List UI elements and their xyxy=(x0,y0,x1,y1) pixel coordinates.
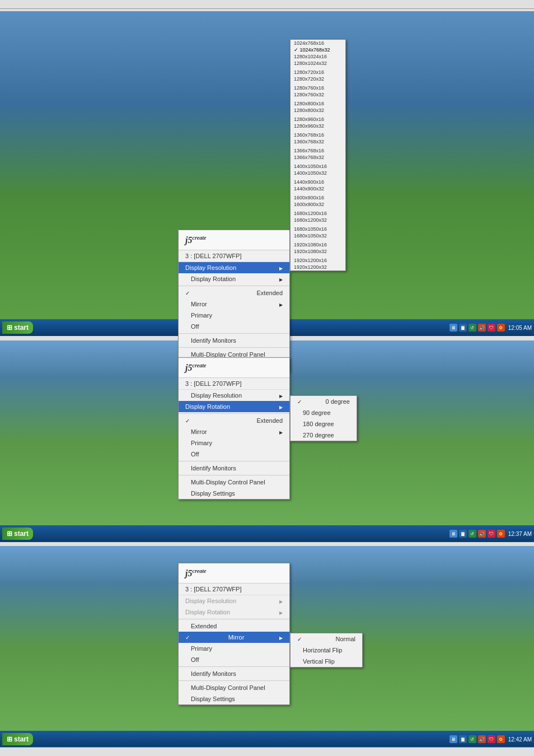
mirror-item-3[interactable]: ✓ Mirror xyxy=(179,632,289,643)
res-1680-1200-32[interactable]: 1680x1200x32 xyxy=(291,217,345,223)
monitor-label-3: 3 : [DELL 2707WFP] xyxy=(179,584,289,595)
identify-item-3[interactable]: Identify Monitors xyxy=(179,668,289,679)
res-1366-768-32[interactable]: 1366x768x32 xyxy=(291,154,345,161)
off-item-3[interactable]: Off xyxy=(179,654,289,665)
start-flag-icon-2: ⊞ xyxy=(7,530,12,538)
extended-item-3[interactable]: Extended xyxy=(179,620,289,632)
sep-1b xyxy=(179,333,289,334)
identify-item-1[interactable]: Identify Monitors xyxy=(179,335,289,346)
mirror-arrow-3 xyxy=(279,634,283,641)
rot-270-item[interactable]: 270 degree xyxy=(291,430,357,441)
monitor-label-2: 3 : [DELL 2707WFP] xyxy=(179,378,289,390)
display-rotation-item-1[interactable]: Display Rotation xyxy=(179,273,289,284)
res-1280-800-32[interactable]: 1280x800x32 xyxy=(291,107,345,114)
res-1024-16[interactable]: 1024x768x16 xyxy=(291,40,345,46)
tray-icon-1d[interactable]: 🔊 xyxy=(478,324,486,332)
tray-icon-3a[interactable]: 🖥 xyxy=(449,735,457,743)
res-1280-1024-32[interactable]: 1280x1024x32 xyxy=(291,60,345,67)
tray-icon-2e[interactable]: 🛡 xyxy=(488,530,495,538)
tray-icon-3f[interactable]: ⚙ xyxy=(497,735,505,743)
tray-icons-3: 🖥 📋 ↺ 🔊 🛡 ⚙ xyxy=(449,735,505,743)
tray-icon-1a[interactable]: 🖥 xyxy=(449,324,457,332)
tray-icon-1e[interactable]: 🛡 xyxy=(488,324,495,332)
context-menu-1: j5create 3 : [DELL 2707WFP] Display Reso… xyxy=(178,230,290,372)
start-label-1: start xyxy=(14,324,29,332)
res-1920-1200-16[interactable]: 1920x1200x16 xyxy=(291,257,345,264)
res-1680-1050-32[interactable]: 1680x1050x32 xyxy=(291,232,345,239)
primary-item-1[interactable]: Primary xyxy=(179,310,289,321)
res-1360-768-16[interactable]: 1360x768x16 xyxy=(291,132,345,138)
primary-item-2[interactable]: Primary xyxy=(179,437,289,449)
rot-0-item[interactable]: 0 degree xyxy=(291,396,357,407)
display-settings-item-2[interactable]: Display Settings xyxy=(179,488,289,499)
off-item-1[interactable]: Off xyxy=(179,321,289,332)
res-1024-32[interactable]: 1024x768x32 xyxy=(291,46,345,53)
tray-icon-2a[interactable]: 🖥 xyxy=(449,530,457,538)
resolution-submenu-1: 1024x768x16 1024x768x32 1280x1024x16 128… xyxy=(290,39,346,271)
res-1366-768-16[interactable]: 1366x768x16 xyxy=(291,147,345,154)
mirror-hflip-item[interactable]: Horizontal Flip xyxy=(291,645,362,656)
multi-display-item-2[interactable]: Multi-Display Control Panel xyxy=(179,477,289,488)
rot-180-item[interactable]: 180 degree xyxy=(291,418,357,430)
top-divider xyxy=(0,8,534,9)
res-1400-1050-32[interactable]: 1400x1050x32 xyxy=(291,170,345,176)
display-resolution-item-2[interactable]: Display Resolution xyxy=(179,390,289,401)
res-1440-900-16[interactable]: 1440x900x16 xyxy=(291,179,345,185)
mirror-item-1[interactable]: Mirror xyxy=(179,298,289,310)
res-1280-800-16[interactable]: 1280x800x16 xyxy=(291,100,345,107)
tray-icon-2b[interactable]: 📋 xyxy=(459,530,467,538)
res-1440-900-32[interactable]: 1440x900x32 xyxy=(291,185,345,192)
res-1280-760-16[interactable]: 1280x760x16 xyxy=(291,85,345,91)
taskbar-right-2: 🖥 📋 ↺ 🔊 🛡 ⚙ 12:37 AM xyxy=(449,530,532,538)
start-button-2[interactable]: ⊞ start xyxy=(2,528,33,540)
context-menu-3: j5create 3 : [DELL 2707WFP] Display Reso… xyxy=(178,563,290,705)
tray-icon-3d[interactable]: 🔊 xyxy=(478,735,486,743)
res-1920-1200-32[interactable]: 1920x1200x32 xyxy=(291,264,345,270)
res-1280-960-32[interactable]: 1280x960x32 xyxy=(291,123,345,129)
res-1600-900-32[interactable]: 1600x900x32 xyxy=(291,201,345,208)
res-1280-760-32[interactable]: 1280x760x32 xyxy=(291,91,345,98)
start-button-1[interactable]: ⊞ start xyxy=(2,321,33,334)
start-button-3[interactable]: ⊞ start xyxy=(2,733,33,745)
multi-display-item-3[interactable]: Multi-Display Control Panel xyxy=(179,682,289,693)
display-rotation-arrow-1 xyxy=(279,276,283,282)
display-rotation-item-3: Display Rotation xyxy=(179,606,289,618)
res-1400-1050-16[interactable]: 1400x1050x16 xyxy=(291,163,345,170)
res-1680-1200-16[interactable]: 1680x1200x16 xyxy=(291,210,345,217)
extended-item-2[interactable]: Extended xyxy=(179,415,289,426)
mirror-normal-item[interactable]: Normal xyxy=(291,633,362,645)
tray-icon-3c[interactable]: ↺ xyxy=(469,735,476,743)
mirror-vflip-item[interactable]: Vertical Flip xyxy=(291,656,362,667)
tray-icon-1f[interactable]: ⚙ xyxy=(497,324,505,332)
tray-icon-2d[interactable]: 🔊 xyxy=(478,530,486,538)
extended-item-1[interactable]: Extended xyxy=(179,287,289,298)
monitor-label-1: 3 : [DELL 2707WFP] xyxy=(179,250,289,262)
clock-1: 12:05 AM xyxy=(508,325,532,331)
res-1600-900-16[interactable]: 1600x900x16 xyxy=(291,194,345,201)
res-1680-1050-16[interactable]: 1680x1050x16 xyxy=(291,226,345,232)
taskbar-3: ⊞ start 🖥 📋 ↺ 🔊 🛡 ⚙ 12:42 AM xyxy=(0,731,534,748)
brand-logo-3: j5create xyxy=(179,563,289,584)
tray-icon-2f[interactable]: ⚙ xyxy=(497,530,505,538)
res-1920-1080-16[interactable]: 1920x1080x16 xyxy=(291,241,345,248)
res-1280-720-16[interactable]: 1280x720x16 xyxy=(291,69,345,76)
tray-icon-3b[interactable]: 📋 xyxy=(459,735,467,743)
tray-icon-2c[interactable]: ↺ xyxy=(469,530,476,538)
mirror-item-2[interactable]: Mirror xyxy=(179,426,289,437)
display-settings-item-3[interactable]: Display Settings xyxy=(179,693,289,704)
brand-logo-2: j5create xyxy=(179,358,289,378)
primary-item-3[interactable]: Primary xyxy=(179,643,289,654)
display-resolution-item-1[interactable]: Display Resolution xyxy=(179,262,289,273)
res-1280-720-32[interactable]: 1280x720x32 xyxy=(291,76,345,82)
res-1920-1080-32[interactable]: 1920x1080x32 xyxy=(291,248,345,255)
display-rotation-item-2[interactable]: Display Rotation xyxy=(179,401,289,412)
identify-item-2[interactable]: Identify Monitors xyxy=(179,463,289,474)
res-1360-768-32[interactable]: 1360x768x32 xyxy=(291,138,345,145)
off-item-2[interactable]: Off xyxy=(179,449,289,460)
res-1280-1024-16[interactable]: 1280x1024x16 xyxy=(291,53,345,60)
tray-icon-1c[interactable]: ↺ xyxy=(469,324,476,332)
tray-icon-1b[interactable]: 📋 xyxy=(459,324,467,332)
res-1280-960-16[interactable]: 1280x960x16 xyxy=(291,116,345,123)
tray-icon-3e[interactable]: 🛡 xyxy=(488,735,495,743)
rot-90-item[interactable]: 90 degree xyxy=(291,407,357,418)
